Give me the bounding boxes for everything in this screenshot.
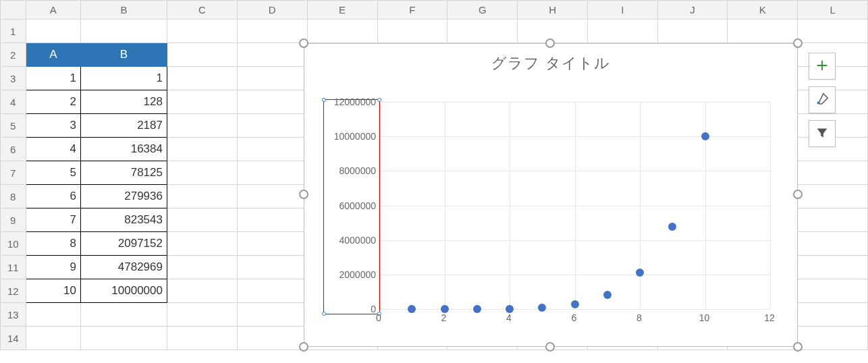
data-point[interactable] xyxy=(603,291,612,299)
object-handle[interactable] xyxy=(545,342,555,352)
col-header-E[interactable]: E xyxy=(307,1,377,20)
cell[interactable] xyxy=(26,303,80,327)
cell[interactable] xyxy=(237,279,307,303)
table-cell[interactable]: 2097152 xyxy=(81,232,167,256)
cell[interactable] xyxy=(237,303,307,327)
object-handle[interactable] xyxy=(793,38,803,48)
data-point[interactable] xyxy=(538,304,546,312)
col-header-B[interactable]: B xyxy=(81,1,167,20)
x-axis-tick-label[interactable]: 8 xyxy=(636,312,642,323)
table-cell[interactable]: 10 xyxy=(26,279,80,303)
cell[interactable] xyxy=(237,114,307,138)
col-header-K[interactable]: K xyxy=(728,1,798,20)
col-header-L[interactable]: L xyxy=(798,1,868,20)
cell[interactable] xyxy=(237,208,307,232)
data-point[interactable] xyxy=(506,305,514,313)
data-point[interactable] xyxy=(571,300,579,308)
table-cell[interactable]: 16384 xyxy=(81,138,167,161)
col-header-C[interactable]: C xyxy=(167,1,237,20)
cell[interactable] xyxy=(657,20,728,43)
x-axis-tick-label[interactable]: 4 xyxy=(506,312,512,323)
cell[interactable] xyxy=(167,208,237,232)
object-handle[interactable] xyxy=(793,342,803,352)
y-axis-tick-label[interactable]: 4000000 xyxy=(322,235,376,246)
data-point[interactable] xyxy=(668,223,676,231)
table-cell[interactable]: 5 xyxy=(26,161,80,185)
table-cell[interactable]: 279936 xyxy=(81,185,167,208)
y-axis-tick-label[interactable]: 6000000 xyxy=(322,200,376,211)
cell[interactable] xyxy=(237,256,307,279)
cell[interactable] xyxy=(237,232,307,256)
table-cell[interactable]: 1 xyxy=(81,67,167,90)
cell[interactable] xyxy=(167,90,237,114)
cell[interactable] xyxy=(167,114,237,138)
cell[interactable] xyxy=(798,208,868,232)
x-axis-tick-label[interactable]: 0 xyxy=(376,312,381,323)
cell[interactable] xyxy=(798,256,868,279)
col-header-A[interactable]: A xyxy=(26,1,80,20)
cell[interactable] xyxy=(167,43,237,67)
row-header-9[interactable]: 9 xyxy=(1,208,26,232)
chart-filter-button[interactable] xyxy=(809,120,836,147)
x-axis-tick-label[interactable]: 12 xyxy=(764,312,775,323)
data-point[interactable] xyxy=(636,269,644,277)
col-header-D[interactable]: D xyxy=(237,1,307,20)
cell[interactable] xyxy=(167,67,237,90)
table-cell[interactable]: 6 xyxy=(26,185,80,208)
row-header-1[interactable]: 1 xyxy=(1,20,26,43)
cell[interactable] xyxy=(798,161,868,185)
col-header-H[interactable]: H xyxy=(518,1,588,20)
cell[interactable] xyxy=(307,20,377,43)
y-axis-tick-label[interactable]: 2000000 xyxy=(322,269,376,280)
chart-title[interactable]: グラフ タイトル xyxy=(304,44,797,78)
row-header-11[interactable]: 11 xyxy=(1,256,26,279)
cell[interactable] xyxy=(167,138,237,161)
cell[interactable] xyxy=(237,90,307,114)
table-header-B[interactable]: B xyxy=(81,43,167,67)
row-header-12[interactable]: 12 xyxy=(1,279,26,303)
data-point[interactable] xyxy=(408,305,416,313)
cell[interactable] xyxy=(237,161,307,185)
y-axis-tick-label[interactable]: 8000000 xyxy=(322,165,376,176)
col-header-F[interactable]: F xyxy=(377,1,447,20)
object-handle[interactable] xyxy=(299,342,308,352)
cell[interactable] xyxy=(237,185,307,208)
object-handle[interactable] xyxy=(299,190,308,199)
object-handle[interactable] xyxy=(545,38,555,48)
chart-object[interactable]: グラフ タイトル 0200000040000006000000800000010… xyxy=(304,43,798,347)
col-header-J[interactable]: J xyxy=(657,1,728,20)
row-header-8[interactable]: 8 xyxy=(1,185,26,208)
cell[interactable] xyxy=(377,20,447,43)
cell[interactable] xyxy=(798,303,868,327)
table-cell[interactable]: 2187 xyxy=(81,114,167,138)
cell[interactable] xyxy=(237,20,307,43)
cell[interactable] xyxy=(798,185,868,208)
data-point[interactable] xyxy=(473,305,481,313)
cell[interactable] xyxy=(798,232,868,256)
cell[interactable] xyxy=(237,43,307,67)
cell[interactable] xyxy=(237,327,307,350)
table-cell[interactable]: 10000000 xyxy=(81,279,167,303)
object-handle[interactable] xyxy=(793,190,803,199)
table-cell[interactable]: 823543 xyxy=(81,208,167,232)
cell[interactable] xyxy=(81,20,167,43)
table-cell[interactable]: 128 xyxy=(81,90,167,114)
table-cell[interactable]: 3 xyxy=(26,114,80,138)
table-cell[interactable]: 8 xyxy=(26,232,80,256)
table-cell[interactable]: 4 xyxy=(26,138,80,161)
chart-plot-area[interactable] xyxy=(379,102,770,310)
x-axis-tick-label[interactable]: 2 xyxy=(441,312,447,323)
row-header-14[interactable]: 14 xyxy=(1,327,26,350)
cell[interactable] xyxy=(167,161,237,185)
table-cell[interactable]: 7 xyxy=(26,208,80,232)
y-axis-tick-label[interactable]: 0 xyxy=(322,304,376,314)
cell[interactable] xyxy=(26,20,80,43)
chart-styles-button[interactable] xyxy=(809,86,836,113)
row-header-10[interactable]: 10 xyxy=(1,232,26,256)
cell[interactable] xyxy=(588,20,658,43)
y-axis-tick-label[interactable]: 10000000 xyxy=(322,131,376,142)
cell[interactable] xyxy=(167,232,237,256)
col-header-G[interactable]: G xyxy=(447,1,518,20)
cell[interactable] xyxy=(167,279,237,303)
table-cell[interactable]: 4782969 xyxy=(81,256,167,279)
